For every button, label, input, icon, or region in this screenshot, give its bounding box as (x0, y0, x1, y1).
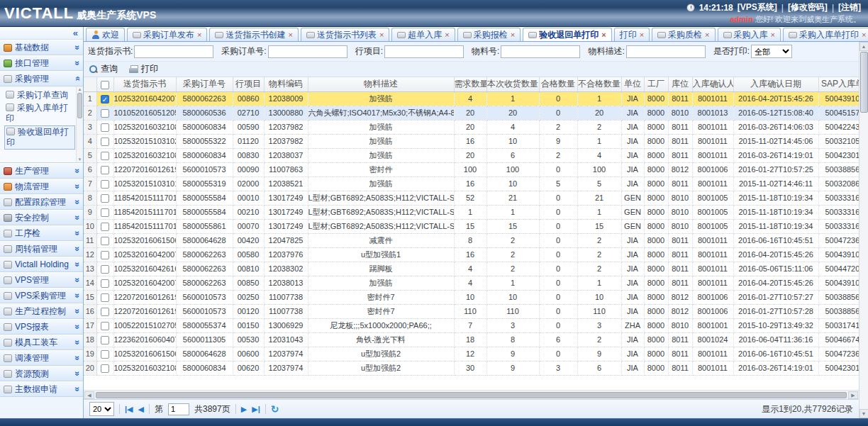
row-checkbox[interactable] (101, 138, 109, 146)
sidebar-group-interface-mgmt[interactable]: 接口管理» (0, 55, 83, 71)
row-checkbox[interactable] (101, 364, 109, 373)
scroll-up-icon[interactable]: ▲ (859, 42, 868, 51)
tab-purchase-receipt[interactable]: 采购入库× (718, 28, 781, 41)
horizontal-scrollbar[interactable]: ◀ ▶ (84, 390, 859, 399)
table-row[interactable]: 612207201601261956000105730009011007863密… (84, 162, 859, 176)
table-row[interactable]: 710253201510310158000553190200012038521加… (84, 176, 859, 191)
row-checkbox[interactable] (101, 223, 109, 231)
scroll-down-icon[interactable]: ▼ (78, 157, 82, 162)
sidebar-group-victall-holding[interactable]: Victall Holding» (0, 257, 83, 272)
row-checkbox[interactable] (101, 350, 109, 359)
filter-input-po-number[interactable] (268, 45, 347, 58)
tab-po-publish[interactable]: 采购订单发布× (127, 28, 207, 41)
close-icon[interactable]: × (379, 30, 384, 39)
sidebar-group-production-mgmt[interactable]: 生产管理» (0, 163, 83, 179)
close-icon[interactable]: × (197, 30, 201, 39)
col-qualified-qty[interactable]: 合格数量 (539, 77, 577, 91)
sidebar-group-mold-tooling[interactable]: 模具工装车» (0, 335, 83, 350)
col-line-item[interactable]: 行项目 (233, 77, 264, 91)
tab-over-receipt[interactable]: 超单入库× (391, 28, 455, 41)
vertical-scroll-thumb[interactable] (860, 52, 868, 113)
col-material-desc[interactable]: 物料描述 (308, 77, 454, 91)
close-icon[interactable]: × (771, 30, 775, 39)
scroll-down-icon[interactable]: ▼ (859, 409, 868, 418)
refresh-button[interactable]: ↻ (271, 403, 279, 415)
tab-purchase-inspect[interactable]: 采购报检× (457, 28, 521, 41)
row-checkbox[interactable] (101, 293, 109, 302)
table-row[interactable]: 1812236201606040756000113050053012031043… (84, 332, 859, 347)
horizontal-scroll-thumb[interactable] (96, 392, 847, 398)
col-confirmer[interactable]: 入库确认人 (692, 77, 733, 91)
sidebar-item-return-doc-print[interactable]: 验收退回单打印 (4, 125, 75, 150)
tab-return-print[interactable]: 验收退回单打印× (523, 28, 611, 41)
col-unqualified-qty[interactable]: 不合格数量 (577, 77, 621, 91)
select-all-checkbox[interactable] (101, 81, 109, 89)
table-row[interactable]: 1✓10253201604200758000622630086012038009… (84, 91, 859, 106)
row-checkbox[interactable] (101, 166, 109, 174)
col-storage-loc[interactable]: 库位 (668, 77, 692, 91)
first-page-button[interactable]: |◀ (125, 405, 133, 414)
close-icon[interactable]: × (601, 30, 606, 39)
sidebar-group-vps-purchase-mgmt[interactable]: VPS采购管理» (0, 288, 83, 303)
tab-purchase-qc[interactable]: 采购质检× (652, 28, 715, 41)
col-demand-qty[interactable]: 需求数量 (454, 77, 486, 91)
close-icon[interactable]: × (511, 30, 515, 39)
row-checkbox[interactable] (101, 251, 109, 259)
row-checkbox[interactable] (101, 152, 109, 160)
sidebar-group-vps-report[interactable]: VPS报表» (0, 319, 83, 335)
tab-delivery-create[interactable]: 送货指示书创建× (209, 28, 298, 41)
table-row[interactable]: 2010253201603210858000608340062012037974… (84, 361, 859, 375)
last-page-button[interactable]: ▶| (252, 405, 260, 414)
sidebar-item-receipt-doc-print[interactable]: 采购入库单打印 (4, 102, 75, 125)
close-icon[interactable]: × (640, 30, 644, 39)
row-checkbox[interactable] (101, 180, 109, 189)
row-checkbox[interactable] (101, 208, 109, 217)
search-button[interactable]: 查询 (89, 63, 118, 75)
page-number-input[interactable] (168, 403, 189, 415)
col-received-qty[interactable]: 本次收货数量 (486, 77, 539, 91)
page-size-select[interactable]: 20 (89, 402, 114, 416)
tab-print[interactable]: 打印× (614, 28, 650, 41)
row-checkbox[interactable] (101, 322, 109, 330)
submenu-scroll-thumb[interactable] (77, 93, 82, 118)
col-delivery-note[interactable]: 送货指示书 (113, 77, 176, 91)
scroll-left-icon[interactable]: ◀ (84, 391, 94, 399)
row-checkbox[interactable]: ✓ (101, 95, 109, 103)
col-material-code[interactable]: 物料编码 (264, 77, 308, 91)
sidebar-group-config-track-mgmt[interactable]: 配置跟踪管理» (0, 194, 83, 210)
sidebar-group-process-control[interactable]: 生产过程控制» (0, 303, 83, 319)
row-checkbox[interactable] (101, 308, 109, 316)
sidebar-item-po-query[interactable]: 采购订单查询 (4, 89, 75, 101)
sidebar-group-resource-forecast[interactable]: 资源预测» (0, 366, 83, 381)
table-row[interactable]: 1910253201606150658000646280060012037974… (84, 347, 859, 361)
col-unit[interactable]: 单位 (621, 77, 644, 91)
table-row[interactable]: 310253201603210858000608340059012037982加… (84, 120, 859, 134)
table-row[interactable]: 811854201511170158000555840001013017249L… (84, 191, 859, 205)
table-row[interactable]: 1011854201511170158000558610007013017249… (84, 219, 859, 233)
prev-page-button[interactable]: ◀ (138, 405, 144, 414)
link-vps-system[interactable]: [VPS系统] (738, 1, 777, 13)
link-change-password[interactable]: [修改密码] (788, 1, 828, 13)
col-plant[interactable]: 工厂 (644, 77, 668, 91)
table-row[interactable]: 1110253201606150658000646280042012047825… (84, 233, 859, 247)
close-icon[interactable]: × (445, 30, 449, 39)
row-checkbox[interactable] (101, 265, 109, 274)
sidebar-group-master-data-request[interactable]: 主数据申请» (0, 381, 83, 397)
table-row[interactable]: 1710052201510270558000553740015013006929… (84, 318, 859, 332)
row-checkbox[interactable] (101, 336, 109, 344)
row-checkbox[interactable] (101, 109, 109, 118)
close-icon[interactable]: × (862, 30, 866, 39)
sidebar-collapse-button[interactable]: « (73, 28, 78, 38)
table-row[interactable]: 1410253201604200758000622630085012038013… (84, 276, 859, 290)
col-po-number[interactable]: 采购订单号 (176, 77, 233, 91)
table-row[interactable]: 210105201605120558000605360271013000880六… (84, 106, 859, 120)
scroll-up-icon[interactable]: ▲ (78, 86, 82, 92)
table-row[interactable]: 510253201603210858000608340083012038037加… (84, 148, 859, 162)
tab-receipt-print[interactable]: 采购入库单打印× (783, 28, 868, 41)
filter-input-material-number[interactable] (501, 45, 580, 58)
sidebar-group-purchase-mgmt[interactable]: 采购管理» (0, 71, 83, 86)
sidebar-group-security-control[interactable]: 安全控制» (0, 210, 83, 225)
sidebar-group-base-data[interactable]: 基础数据» (0, 40, 83, 55)
row-checkbox[interactable] (101, 194, 109, 203)
link-logout[interactable]: [注销] (838, 1, 861, 13)
